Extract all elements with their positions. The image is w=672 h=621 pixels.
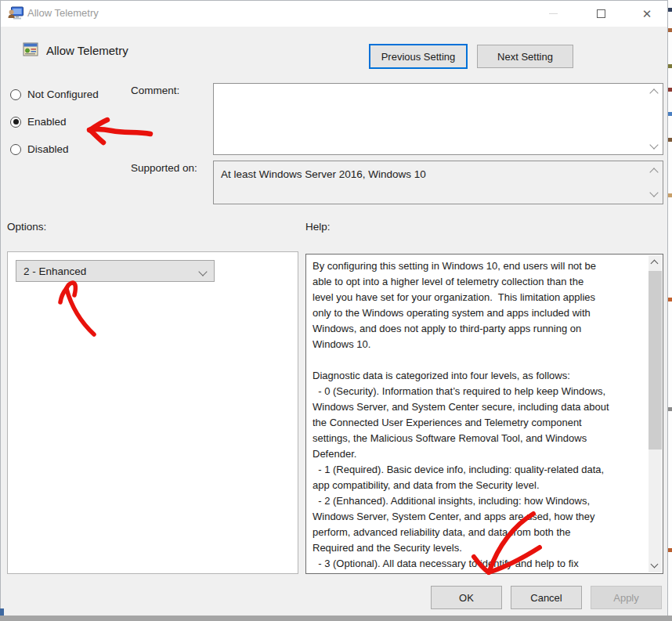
close-icon: ✕ xyxy=(642,8,652,20)
minimize-button[interactable] xyxy=(535,1,571,26)
maximize-button[interactable] xyxy=(583,1,619,26)
policy-name: Allow Telemetry xyxy=(46,44,128,57)
background-fragment xyxy=(668,88,672,92)
supported-on-value: At least Windows Server 2016, Windows 10 xyxy=(221,168,426,180)
background-fragment xyxy=(668,64,672,68)
telemetry-level-dropdown[interactable]: 2 - Enhanced xyxy=(16,260,215,282)
ok-button[interactable]: OK xyxy=(431,586,502,609)
radio-circle xyxy=(10,89,21,100)
allow-telemetry-dialog: Allow Telemetry ✕ Allow Telemetry Previo… xyxy=(0,0,668,616)
radio-not-configured[interactable]: Not Configured xyxy=(10,88,99,100)
cancel-button[interactable]: Cancel xyxy=(511,586,582,609)
policy-setting-icon xyxy=(23,42,38,60)
next-setting-button[interactable]: Next Setting xyxy=(477,45,573,68)
background-fragment xyxy=(668,28,672,32)
radio-label: Not Configured xyxy=(27,88,99,100)
help-panel: By configuring this setting in Windows 1… xyxy=(305,254,663,574)
scroll-down-icon[interactable] xyxy=(649,188,658,197)
radio-enabled[interactable]: Enabled xyxy=(10,116,67,128)
help-text: By configuring this setting in Windows 1… xyxy=(313,258,642,572)
window-title: Allow Telemetry xyxy=(27,7,99,19)
radio-label: Enabled xyxy=(27,116,67,128)
radio-dot xyxy=(13,119,19,125)
background-fragment xyxy=(668,138,672,142)
scroll-down-icon[interactable] xyxy=(649,140,658,149)
titlebar[interactable]: Allow Telemetry ✕ xyxy=(1,1,667,27)
supported-on-label: Supported on: xyxy=(131,162,197,174)
background-fragment xyxy=(668,8,672,12)
scrollbar-thumb[interactable] xyxy=(649,271,662,450)
supported-on-field: At least Windows Server 2016, Windows 10 xyxy=(213,161,663,204)
chevron-down-icon xyxy=(651,561,659,569)
screen: Allow Telemetry ✕ Allow Telemetry Previo… xyxy=(0,0,672,621)
background-window-corner xyxy=(0,608,4,616)
options-section-label: Options: xyxy=(7,221,46,233)
maximize-icon xyxy=(597,9,605,18)
minimize-icon xyxy=(549,13,558,14)
help-section-label: Help: xyxy=(305,221,331,233)
radio-circle xyxy=(10,144,21,155)
scroll-up-icon[interactable] xyxy=(649,168,658,176)
options-panel: 2 - Enhanced xyxy=(7,251,298,574)
dropdown-selected-value: 2 - Enhanced xyxy=(23,265,86,277)
radio-label: Disabled xyxy=(27,143,69,155)
close-button[interactable]: ✕ xyxy=(629,1,665,26)
background-fragment xyxy=(668,548,672,552)
comment-input[interactable] xyxy=(213,83,663,155)
group-policy-icon xyxy=(8,6,23,24)
chevron-down-icon xyxy=(198,267,207,276)
chevron-up-icon xyxy=(651,260,659,268)
radio-disabled[interactable]: Disabled xyxy=(10,143,69,155)
background-fragment xyxy=(668,407,672,411)
window-bottom-edge xyxy=(0,616,672,621)
scroll-up-icon[interactable] xyxy=(649,88,658,97)
scrollbar-down-button[interactable] xyxy=(649,559,662,572)
comment-label: Comment: xyxy=(131,85,179,96)
radio-circle-selected xyxy=(10,117,21,128)
previous-setting-button[interactable]: Previous Setting xyxy=(369,44,468,69)
background-fragment xyxy=(668,298,672,301)
help-scrollbar[interactable] xyxy=(649,255,662,572)
background-fragment xyxy=(668,112,672,116)
scrollbar-up-button[interactable] xyxy=(649,255,662,269)
apply-button[interactable]: Apply xyxy=(591,586,662,609)
background-fragment xyxy=(668,193,672,197)
